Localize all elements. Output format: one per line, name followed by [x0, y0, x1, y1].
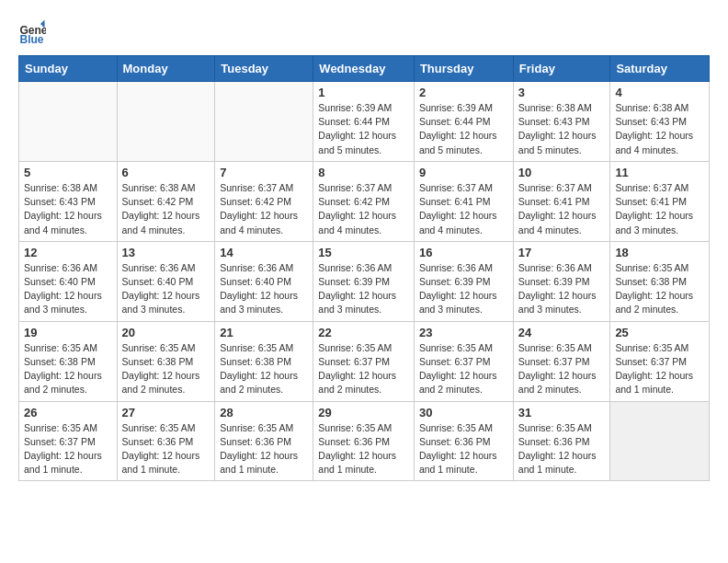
calendar-day-cell: 24Sunrise: 6:35 AMSunset: 6:37 PMDayligh…	[513, 321, 610, 401]
weekday-header-monday: Monday	[117, 56, 215, 82]
day-number: 1	[318, 86, 409, 99]
day-info: Sunrise: 6:35 AMSunset: 6:37 PMDaylight:…	[518, 341, 606, 397]
day-number: 30	[419, 406, 508, 419]
day-number: 25	[615, 326, 704, 339]
day-info: Sunrise: 6:35 AMSunset: 6:38 PMDaylight:…	[615, 261, 704, 317]
calendar-day-cell: 16Sunrise: 6:36 AMSunset: 6:39 PMDayligh…	[414, 241, 513, 321]
calendar-week-row: 5Sunrise: 6:38 AMSunset: 6:43 PMDaylight…	[19, 161, 710, 241]
day-number: 5	[24, 166, 112, 179]
calendar-day-cell: 31Sunrise: 6:35 AMSunset: 6:36 PMDayligh…	[513, 401, 610, 481]
day-number: 17	[518, 246, 606, 259]
calendar-day-cell: 4Sunrise: 6:38 AMSunset: 6:43 PMDaylight…	[610, 82, 710, 162]
weekday-header-saturday: Saturday	[610, 56, 710, 82]
calendar-week-row: 12Sunrise: 6:36 AMSunset: 6:40 PMDayligh…	[19, 241, 710, 321]
day-info: Sunrise: 6:36 AMSunset: 6:39 PMDaylight:…	[318, 261, 409, 317]
day-info: Sunrise: 6:35 AMSunset: 6:38 PMDaylight:…	[122, 341, 210, 397]
page-header: General Blue	[18, 18, 710, 46]
calendar-day-cell: 6Sunrise: 6:38 AMSunset: 6:42 PMDaylight…	[117, 161, 215, 241]
calendar-day-cell: 1Sunrise: 6:39 AMSunset: 6:44 PMDaylight…	[313, 82, 415, 162]
calendar-day-cell	[117, 82, 215, 162]
day-info: Sunrise: 6:38 AMSunset: 6:43 PMDaylight:…	[24, 181, 112, 237]
logo-icon: General Blue	[18, 18, 46, 46]
day-info: Sunrise: 6:36 AMSunset: 6:39 PMDaylight:…	[419, 261, 508, 317]
day-number: 2	[419, 86, 508, 99]
day-info: Sunrise: 6:36 AMSunset: 6:39 PMDaylight:…	[518, 261, 606, 317]
calendar-day-cell: 7Sunrise: 6:37 AMSunset: 6:42 PMDaylight…	[215, 161, 313, 241]
logo: General Blue	[18, 18, 50, 46]
calendar-day-cell	[19, 82, 118, 162]
calendar-week-row: 26Sunrise: 6:35 AMSunset: 6:37 PMDayligh…	[19, 401, 710, 481]
weekday-header-sunday: Sunday	[19, 56, 118, 82]
day-info: Sunrise: 6:37 AMSunset: 6:41 PMDaylight:…	[419, 181, 508, 237]
day-number: 18	[615, 246, 704, 259]
day-number: 24	[518, 326, 606, 339]
day-info: Sunrise: 6:35 AMSunset: 6:38 PMDaylight:…	[220, 341, 308, 397]
calendar-day-cell: 20Sunrise: 6:35 AMSunset: 6:38 PMDayligh…	[117, 321, 215, 401]
calendar-day-cell: 2Sunrise: 6:39 AMSunset: 6:44 PMDaylight…	[414, 82, 513, 162]
day-number: 23	[419, 326, 508, 339]
day-info: Sunrise: 6:35 AMSunset: 6:36 PMDaylight:…	[318, 421, 409, 477]
weekday-header-friday: Friday	[513, 56, 610, 82]
day-number: 19	[24, 326, 112, 339]
day-info: Sunrise: 6:35 AMSunset: 6:36 PMDaylight:…	[518, 421, 606, 477]
day-info: Sunrise: 6:37 AMSunset: 6:42 PMDaylight:…	[318, 181, 409, 237]
calendar-day-cell	[610, 401, 710, 481]
day-number: 27	[122, 406, 210, 419]
day-number: 4	[615, 86, 704, 99]
calendar-day-cell: 27Sunrise: 6:35 AMSunset: 6:36 PMDayligh…	[117, 401, 215, 481]
day-info: Sunrise: 6:37 AMSunset: 6:41 PMDaylight:…	[518, 181, 606, 237]
calendar-day-cell: 30Sunrise: 6:35 AMSunset: 6:36 PMDayligh…	[414, 401, 513, 481]
day-number: 14	[220, 246, 308, 259]
day-number: 11	[615, 166, 704, 179]
calendar-day-cell: 14Sunrise: 6:36 AMSunset: 6:40 PMDayligh…	[215, 241, 313, 321]
day-number: 26	[24, 406, 112, 419]
day-info: Sunrise: 6:39 AMSunset: 6:44 PMDaylight:…	[419, 101, 508, 157]
calendar-day-cell: 5Sunrise: 6:38 AMSunset: 6:43 PMDaylight…	[19, 161, 118, 241]
day-number: 15	[318, 246, 409, 259]
day-info: Sunrise: 6:38 AMSunset: 6:43 PMDaylight:…	[615, 101, 704, 157]
calendar-day-cell: 18Sunrise: 6:35 AMSunset: 6:38 PMDayligh…	[610, 241, 710, 321]
calendar-day-cell: 12Sunrise: 6:36 AMSunset: 6:40 PMDayligh…	[19, 241, 118, 321]
day-number: 29	[318, 406, 409, 419]
day-info: Sunrise: 6:36 AMSunset: 6:40 PMDaylight:…	[220, 261, 308, 317]
day-number: 9	[419, 166, 508, 179]
day-number: 12	[24, 246, 112, 259]
day-number: 31	[518, 406, 606, 419]
day-number: 7	[220, 166, 308, 179]
day-info: Sunrise: 6:35 AMSunset: 6:37 PMDaylight:…	[24, 421, 112, 477]
day-info: Sunrise: 6:35 AMSunset: 6:36 PMDaylight:…	[220, 421, 308, 477]
calendar-day-cell: 23Sunrise: 6:35 AMSunset: 6:37 PMDayligh…	[414, 321, 513, 401]
calendar-day-cell: 11Sunrise: 6:37 AMSunset: 6:41 PMDayligh…	[610, 161, 710, 241]
day-number: 13	[122, 246, 210, 259]
weekday-header-row: SundayMondayTuesdayWednesdayThursdayFrid…	[19, 56, 710, 82]
weekday-header-wednesday: Wednesday	[313, 56, 415, 82]
calendar-day-cell: 3Sunrise: 6:38 AMSunset: 6:43 PMDaylight…	[513, 82, 610, 162]
day-number: 21	[220, 326, 308, 339]
calendar-day-cell: 29Sunrise: 6:35 AMSunset: 6:36 PMDayligh…	[313, 401, 415, 481]
calendar-week-row: 1Sunrise: 6:39 AMSunset: 6:44 PMDaylight…	[19, 82, 710, 162]
svg-text:Blue: Blue	[20, 33, 44, 46]
calendar-day-cell: 26Sunrise: 6:35 AMSunset: 6:37 PMDayligh…	[19, 401, 118, 481]
day-number: 22	[318, 326, 409, 339]
calendar-day-cell: 9Sunrise: 6:37 AMSunset: 6:41 PMDaylight…	[414, 161, 513, 241]
weekday-header-tuesday: Tuesday	[215, 56, 313, 82]
day-info: Sunrise: 6:35 AMSunset: 6:38 PMDaylight:…	[24, 341, 112, 397]
day-number: 10	[518, 166, 606, 179]
day-number: 20	[122, 326, 210, 339]
calendar-day-cell: 21Sunrise: 6:35 AMSunset: 6:38 PMDayligh…	[215, 321, 313, 401]
calendar-day-cell: 10Sunrise: 6:37 AMSunset: 6:41 PMDayligh…	[513, 161, 610, 241]
calendar-day-cell: 13Sunrise: 6:36 AMSunset: 6:40 PMDayligh…	[117, 241, 215, 321]
calendar-day-cell: 28Sunrise: 6:35 AMSunset: 6:36 PMDayligh…	[215, 401, 313, 481]
day-info: Sunrise: 6:35 AMSunset: 6:37 PMDaylight:…	[419, 341, 508, 397]
calendar-day-cell: 22Sunrise: 6:35 AMSunset: 6:37 PMDayligh…	[313, 321, 415, 401]
calendar-table: SundayMondayTuesdayWednesdayThursdayFrid…	[18, 55, 710, 481]
weekday-header-thursday: Thursday	[414, 56, 513, 82]
calendar-day-cell	[215, 82, 313, 162]
day-info: Sunrise: 6:35 AMSunset: 6:36 PMDaylight:…	[419, 421, 508, 477]
day-info: Sunrise: 6:36 AMSunset: 6:40 PMDaylight:…	[24, 261, 112, 317]
day-info: Sunrise: 6:38 AMSunset: 6:43 PMDaylight:…	[518, 101, 606, 157]
day-number: 6	[122, 166, 210, 179]
day-info: Sunrise: 6:35 AMSunset: 6:36 PMDaylight:…	[122, 421, 210, 477]
calendar-day-cell: 15Sunrise: 6:36 AMSunset: 6:39 PMDayligh…	[313, 241, 415, 321]
day-info: Sunrise: 6:37 AMSunset: 6:42 PMDaylight:…	[220, 181, 308, 237]
